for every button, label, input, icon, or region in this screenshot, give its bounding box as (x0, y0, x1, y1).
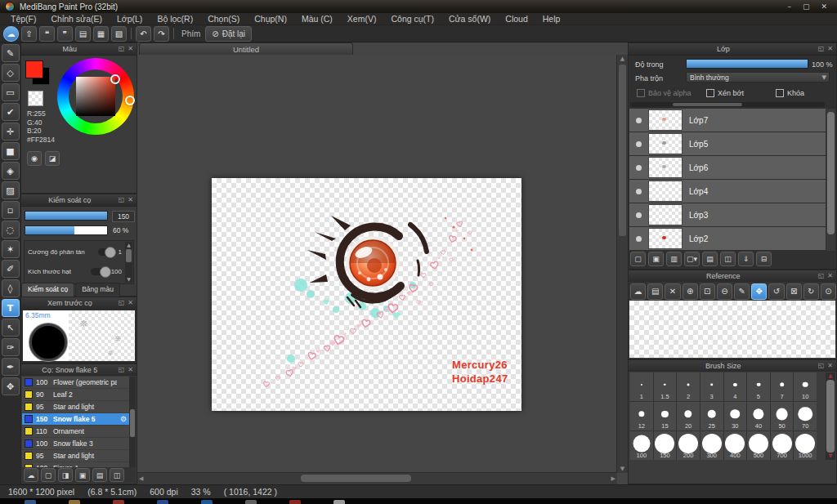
bucket-tool[interactable]: ◈ (2, 162, 20, 180)
pen-tool[interactable]: ✑ (2, 338, 20, 356)
comment-button[interactable]: ❝ (39, 26, 55, 42)
select-rect-tool[interactable]: ▫ (2, 201, 20, 219)
canvas[interactable]: Mercury26 Hoidap247 (212, 178, 521, 411)
brush-size-cell[interactable]: 3 (700, 372, 723, 401)
select-eraser-tool[interactable]: ◊ (2, 279, 20, 297)
ref-clear-icon[interactable]: ✕ (665, 283, 680, 300)
brush-size-slider[interactable] (25, 211, 108, 221)
layer-row[interactable]: Lớp3 (629, 203, 826, 226)
layer-folder-icon[interactable]: ▤ (702, 252, 718, 266)
brush-add-icon[interactable]: ▢ (41, 468, 56, 482)
transparent-swatch[interactable] (28, 91, 43, 106)
close-icon[interactable]: ✕ (827, 363, 833, 369)
brush-size-value[interactable]: 150 (112, 211, 135, 222)
finger-tool[interactable]: ▭ (2, 83, 20, 101)
document-button[interactable]: ▤ (75, 26, 91, 42)
merge-layer-icon[interactable]: ⇓ (738, 252, 754, 266)
close-icon[interactable]: ✕ (128, 46, 133, 52)
layer-visibility-dot[interactable] (636, 189, 642, 194)
taskbar-icon[interactable] (113, 500, 124, 504)
menu-item[interactable]: Cửa sổ(W) (441, 14, 498, 24)
brush-size-cell[interactable]: 1000 (794, 431, 817, 460)
layer-visibility-dot[interactable] (636, 118, 642, 123)
menu-item[interactable]: Màu (C) (294, 14, 340, 24)
brush-size-cell[interactable]: 700 (771, 431, 794, 460)
menu-item[interactable]: Bộ lọc(R) (150, 14, 200, 24)
gradient-tool[interactable]: ▨ (2, 181, 20, 199)
eyedropper-tool[interactable]: ✒ (2, 358, 20, 376)
ref-reset-icon[interactable]: ⊠ (786, 283, 802, 300)
brush-settings-icon[interactable]: ▣ (75, 468, 90, 482)
add-8bit-layer-icon[interactable]: ▣ (648, 252, 664, 266)
brush-row[interactable]: 100 Flower (geometric pat ⚙ (22, 377, 129, 389)
brush-size-cell[interactable]: 400 (724, 431, 747, 460)
brush-row[interactable]: 90 Leaf 2 ⚙ (22, 389, 129, 401)
layer-visibility-dot[interactable] (636, 212, 642, 218)
brush-size-cell[interactable]: 4 (724, 372, 747, 401)
ref-cloud-icon[interactable]: ☁ (630, 283, 646, 300)
checkbox-lock[interactable]: Khóa (776, 89, 804, 97)
taskbar-icon[interactable] (333, 500, 345, 504)
taskbar-icon[interactable] (289, 500, 301, 504)
layer-visibility-dot[interactable] (636, 165, 642, 171)
menu-item[interactable]: Chụp(N) (247, 14, 294, 24)
layer-row[interactable]: Lớp6 (629, 156, 826, 179)
move-tool[interactable]: ✛ (2, 123, 20, 140)
publish-button[interactable]: ⇧ (21, 26, 37, 42)
layers-hscrollbar[interactable] (630, 102, 825, 107)
ref-rotate-right-icon[interactable]: ↻ (803, 283, 819, 300)
operation-tool[interactable]: ↖ (2, 319, 20, 337)
brush-size-cell[interactable]: 30 (724, 402, 747, 430)
fill-rect-tool[interactable]: ■ (2, 142, 20, 160)
ref-open-icon[interactable]: ▤ (647, 283, 663, 300)
magic-wand-tool[interactable]: ✶ (2, 240, 20, 258)
brush-row[interactable]: 95 Star and light ⚙ (22, 401, 129, 413)
layer-list-scrollbar[interactable] (826, 109, 835, 251)
reference-canvas[interactable] (629, 301, 835, 358)
menu-item[interactable]: Help (535, 14, 568, 24)
hue-marker[interactable] (110, 74, 120, 84)
brush-gear-icon[interactable]: ⚙ (120, 415, 127, 423)
brush-row[interactable]: 150 Snow flake 5 ⚙ (22, 413, 129, 426)
taskbar-icon[interactable] (157, 500, 168, 504)
hand-tool[interactable]: ✥ (2, 377, 20, 395)
scatter-slider[interactable] (98, 248, 116, 256)
ref-fit-icon[interactable]: ⊡ (700, 283, 715, 300)
select-pen-tool[interactable]: ✐ (2, 260, 20, 278)
close-icon[interactable]: ✕ (128, 197, 133, 203)
window-layout-button[interactable]: ▧ (111, 26, 127, 42)
particle-slider[interactable] (91, 268, 109, 275)
material-panel-button[interactable]: ▦ (93, 26, 109, 42)
delete-layer-icon[interactable]: ⊟ (756, 252, 772, 266)
brush-size-cell[interactable]: 15 (654, 402, 677, 430)
layer-row[interactable]: Lớp7 (629, 109, 826, 132)
brush-size-cell[interactable]: 200 (677, 431, 700, 460)
popout-icon[interactable]: ◱ (119, 300, 125, 306)
layer-visibility-dot[interactable] (636, 236, 642, 242)
canvas-viewport[interactable]: Mercury26 Hoidap247 (137, 55, 617, 473)
reset-button[interactable]: ⊘ Đặt lại (205, 26, 252, 42)
taskbar-icon[interactable] (69, 500, 80, 504)
saturation-value-box[interactable] (76, 77, 115, 116)
brush-size-cell[interactable]: 5 (747, 372, 770, 401)
layer-visibility-dot[interactable] (636, 141, 642, 147)
popout-icon[interactable]: ◱ (119, 46, 125, 52)
duplicate-layer-icon[interactable]: ◫ (720, 252, 736, 266)
options-scrollbar[interactable]: ▲▼ (125, 242, 132, 283)
eraser-tool[interactable]: ◇ (2, 64, 20, 82)
redo-button[interactable]: ↷ (154, 26, 169, 42)
canvas-hscrollbar[interactable]: ◀▶ (137, 472, 617, 484)
layer-row[interactable]: Lớp4 (629, 180, 826, 203)
brush-size-cell[interactable]: 50 (771, 402, 794, 430)
ref-zoom-out-icon[interactable]: ⊖ (717, 283, 732, 300)
color-swap-icon[interactable]: ◪ (45, 151, 60, 166)
checkbox-alpha-lock[interactable]: Bảo vệ alpha (637, 89, 692, 97)
close-button[interactable]: ✕ (821, 1, 827, 12)
undo-button[interactable]: ↶ (136, 26, 151, 42)
palette-icon[interactable]: ◉ (27, 151, 42, 166)
layer-row[interactable]: Lớp2 (629, 227, 826, 250)
ring-marker[interactable] (125, 96, 135, 105)
layer-opacity-slider[interactable] (686, 59, 808, 69)
snap-tool[interactable]: ✔ (2, 103, 20, 121)
canvas-vscrollbar[interactable]: ▲▼ (616, 55, 628, 473)
